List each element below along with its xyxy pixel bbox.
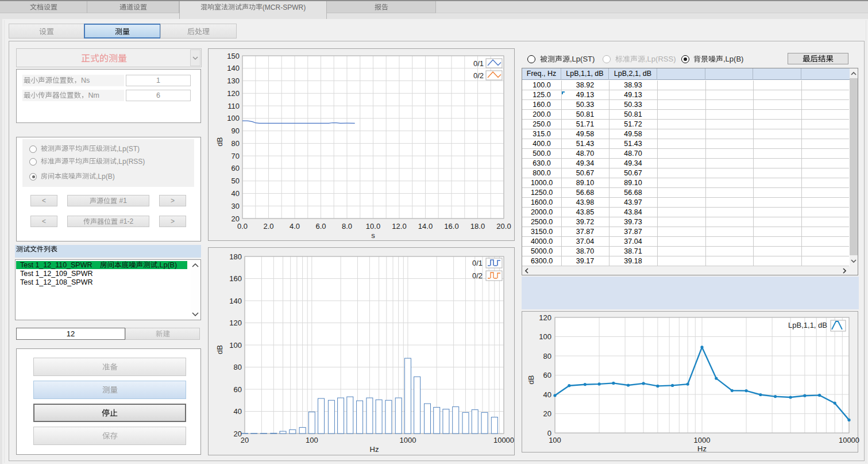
svg-text:16.0: 16.0 [444, 222, 458, 231]
svg-text:0/1: 0/1 [472, 259, 483, 267]
svg-text:90: 90 [232, 126, 240, 135]
svg-text:60: 60 [234, 385, 242, 394]
svg-text:140: 140 [227, 64, 240, 72]
svg-text:80: 80 [543, 352, 551, 361]
svg-text:160: 160 [229, 274, 242, 283]
svg-text:100: 100 [539, 332, 551, 341]
svg-text:dB: dB [527, 375, 535, 385]
svg-text:s: s [371, 231, 375, 240]
svg-text:14.0: 14.0 [418, 222, 433, 231]
svg-text:40: 40 [234, 407, 242, 416]
svg-text:Hz: Hz [370, 445, 379, 454]
svg-text:10000: 10000 [839, 436, 859, 444]
svg-text:8.0: 8.0 [342, 222, 352, 231]
svg-text:30: 30 [232, 202, 240, 210]
svg-text:10.0: 10.0 [366, 222, 380, 231]
svg-text:0/2: 0/2 [472, 271, 483, 280]
svg-text:1000: 1000 [694, 436, 711, 444]
svg-text:100: 100 [227, 114, 240, 122]
svg-text:60: 60 [232, 164, 240, 172]
svg-text:20: 20 [543, 409, 551, 418]
svg-text:dB: dB [215, 137, 224, 147]
svg-text:100: 100 [306, 436, 318, 444]
svg-text:110: 110 [227, 102, 240, 110]
svg-text:0/1: 0/1 [473, 59, 484, 68]
svg-text:150: 150 [227, 52, 240, 60]
svg-text:0/2: 0/2 [473, 71, 484, 80]
svg-text:1000: 1000 [399, 436, 416, 444]
svg-text:Hz: Hz [697, 444, 707, 453]
svg-text:120: 120 [229, 319, 242, 327]
svg-text:120: 120 [539, 313, 551, 322]
svg-text:18.0: 18.0 [470, 222, 485, 231]
svg-text:60: 60 [543, 371, 551, 379]
svg-text:130: 130 [227, 76, 240, 85]
svg-text:12.0: 12.0 [392, 222, 406, 231]
svg-text:40: 40 [543, 390, 551, 399]
svg-text:4.0: 4.0 [290, 222, 300, 231]
svg-text:6.0: 6.0 [315, 222, 326, 231]
svg-text:20: 20 [241, 436, 249, 444]
svg-text:120: 120 [227, 89, 240, 98]
svg-text:140: 140 [229, 297, 242, 305]
svg-text:20.0: 20.0 [496, 222, 511, 231]
svg-text:180: 180 [229, 252, 242, 261]
svg-text:dB: dB [215, 345, 224, 354]
svg-text:50: 50 [232, 177, 240, 185]
svg-text:80: 80 [234, 363, 242, 371]
svg-text:70: 70 [232, 152, 240, 160]
svg-text:LpB,1,1, dB: LpB,1,1, dB [788, 321, 827, 329]
svg-text:100: 100 [549, 436, 561, 444]
svg-text:0.0: 0.0 [237, 222, 248, 231]
svg-text:2.0: 2.0 [263, 222, 273, 231]
svg-text:100: 100 [229, 341, 242, 350]
svg-text:40: 40 [232, 189, 240, 198]
svg-text:80: 80 [232, 139, 240, 148]
svg-text:10000: 10000 [493, 436, 514, 444]
